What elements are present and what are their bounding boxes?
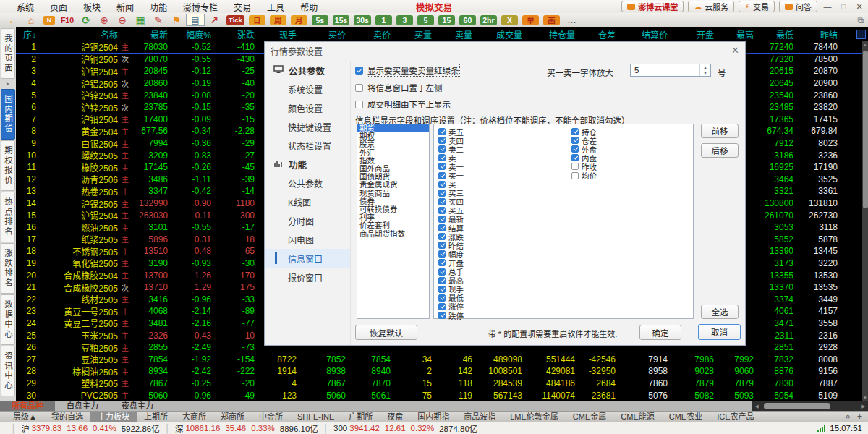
column-header[interactable]: 开盘: [671, 28, 718, 41]
back-icon[interactable]: ←: [4, 14, 22, 26]
stepper-down-icon[interactable]: ▼: [700, 70, 710, 76]
checkbox[interactable]: [438, 286, 446, 293]
scroll-down-icon[interactable]: ▼: [862, 394, 868, 401]
trend-icon[interactable]: ↗: [205, 14, 223, 26]
move-forward-button[interactable]: 前移: [701, 124, 739, 138]
market-tab[interactable]: 中金所: [252, 412, 290, 422]
dialog-nav-item[interactable]: K线图: [265, 192, 350, 211]
menu-item[interactable]: 新闻: [109, 1, 142, 13]
zoom-out-icon[interactable]: ⊖: [114, 14, 131, 26]
sidebar-tab[interactable]: 热点排名: [1, 192, 15, 242]
column-header[interactable]: 序↓: [16, 28, 40, 41]
column-header[interactable]: 卖量: [435, 28, 476, 41]
market-tab[interactable]: LME伦敦金属: [503, 412, 566, 422]
dialog-nav-item[interactable]: 分时图: [265, 211, 350, 230]
scroll-left-icon[interactable]: ◀: [752, 404, 761, 409]
dialog-option[interactable]: 成交明细由下至上显示: [355, 98, 451, 110]
collapse-icon[interactable]: «: [843, 414, 853, 419]
close-icon[interactable]: ✕: [854, 2, 865, 12]
cancel-button[interactable]: 取消: [698, 324, 741, 340]
checkbox[interactable]: [438, 198, 446, 205]
select-all-button[interactable]: 全选: [701, 305, 739, 319]
checkbox[interactable]: [438, 303, 446, 310]
view-tab[interactable]: 夜盘主力: [110, 401, 165, 411]
menu-item[interactable]: 板块: [75, 1, 109, 13]
zoom-in-icon[interactable]: ⊕: [95, 14, 113, 26]
menu-button[interactable]: ☁云服务: [688, 1, 734, 12]
checkbox[interactable]: [438, 145, 446, 153]
menu-item[interactable]: 交易: [226, 1, 259, 13]
move-backward-button[interactable]: 后移: [701, 143, 739, 158]
vertical-scroll-thumb[interactable]: [863, 51, 868, 208]
category-item[interactable]: 价差套利: [357, 221, 429, 229]
category-listbox[interactable]: 期货期权股票外汇指数国外商品国债期货贵金属现货现货商品债券可转换债券利率价差套利…: [357, 124, 430, 319]
checkbox[interactable]: [355, 84, 363, 92]
toolbar-badge-周[interactable]: 周: [270, 15, 286, 25]
market-tab[interactable]: 上期所: [137, 412, 175, 422]
f10-icon[interactable]: F10: [58, 14, 77, 26]
scroll-up-icon[interactable]: ▲: [862, 41, 868, 48]
column-header[interactable]: 名称: [40, 28, 122, 41]
add-icon[interactable]: +: [857, 412, 862, 422]
column-header[interactable]: 最低: [757, 28, 797, 41]
checkbox[interactable]: [571, 172, 579, 179]
maximize-icon[interactable]: □: [838, 2, 849, 11]
board-icon[interactable]: ▦: [132, 14, 149, 26]
checkbox[interactable]: [355, 67, 363, 75]
dialog-nav-item[interactable]: 系统设置: [265, 80, 350, 98]
checkbox[interactable]: [438, 294, 446, 302]
scroll-right-icon[interactable]: ▶: [859, 404, 868, 409]
market-tab[interactable]: CME能源: [613, 412, 661, 422]
view-tab[interactable]: 所有品种: [0, 401, 55, 411]
market-tab[interactable]: 我的自选: [44, 412, 90, 422]
column-header[interactable]: 结算价: [619, 28, 671, 41]
flag-icon[interactable]: ⚑: [168, 14, 185, 26]
checkbox[interactable]: [438, 163, 446, 170]
vertical-scrollbar[interactable]: ▲ ▼: [862, 41, 868, 401]
checkbox[interactable]: [438, 233, 446, 240]
horizontal-scrollbar[interactable]: ◀ ▶: [752, 401, 868, 411]
menu-button[interactable]: ⚡交易: [739, 1, 775, 12]
market-tab[interactable]: 广期所: [341, 412, 380, 422]
market-tab[interactable]: 国内期指: [410, 412, 456, 422]
checkbox[interactable]: [438, 190, 446, 197]
home-icon[interactable]: ⌂: [22, 14, 40, 26]
toolbar-badge-x[interactable]: X: [501, 15, 518, 25]
market-tab[interactable]: SHFE-INE: [290, 412, 341, 422]
menu-item[interactable]: 页面: [42, 1, 75, 13]
horizontal-scroll-thumb[interactable]: [764, 403, 830, 409]
column-header[interactable]: 最高: [718, 28, 757, 41]
checkbox[interactable]: [571, 137, 579, 144]
column-header[interactable]: 卖价: [349, 28, 394, 41]
restore-defaults-button[interactable]: 恢复默认: [355, 325, 417, 340]
checkbox[interactable]: [438, 181, 446, 188]
draw-icon[interactable]: ✎: [150, 14, 167, 26]
toolbar-badge-单[interactable]: 单: [522, 15, 539, 25]
checkbox[interactable]: [438, 259, 446, 266]
stepper-up-icon[interactable]: ▲: [700, 64, 710, 70]
market-tab[interactable]: 大商所: [175, 412, 213, 422]
menu-item[interactable]: 澎博专栏: [175, 1, 226, 13]
dialog-option[interactable]: 显示委买量委卖量红绿条: [355, 64, 459, 76]
ok-button[interactable]: 确定: [639, 325, 681, 340]
dialog-nav-item[interactable]: 报价窗口: [265, 268, 350, 286]
table-corner-icon[interactable]: [856, 30, 866, 39]
menu-item[interactable]: 系统: [9, 1, 42, 13]
checkbox[interactable]: [438, 242, 446, 249]
checkbox[interactable]: [438, 277, 446, 284]
market-tab[interactable]: 主力板块: [90, 412, 137, 422]
more-icon[interactable]: …: [567, 14, 577, 25]
column-header[interactable]: 成交量: [476, 28, 526, 41]
column-header[interactable]: 昨结: [797, 28, 841, 41]
sidebar-tab[interactable]: 国内期货: [1, 89, 15, 140]
market-tab[interactable]: 夜盘: [380, 412, 410, 422]
toolbar-badge-5[interactable]: 5: [417, 15, 434, 25]
dialog-close-icon[interactable]: ✕: [731, 45, 739, 56]
checkbox[interactable]: [438, 128, 446, 135]
checkbox[interactable]: [438, 154, 446, 161]
font-zoom-stepper[interactable]: 5 ▲▼: [630, 64, 711, 77]
menu-button[interactable]: 澎博云课堂: [621, 1, 684, 12]
dialog-nav-item[interactable]: 快捷键设置: [265, 117, 350, 136]
menu-item[interactable]: 帮助: [292, 1, 326, 13]
view-tab[interactable]: 白盘主力: [55, 401, 110, 411]
